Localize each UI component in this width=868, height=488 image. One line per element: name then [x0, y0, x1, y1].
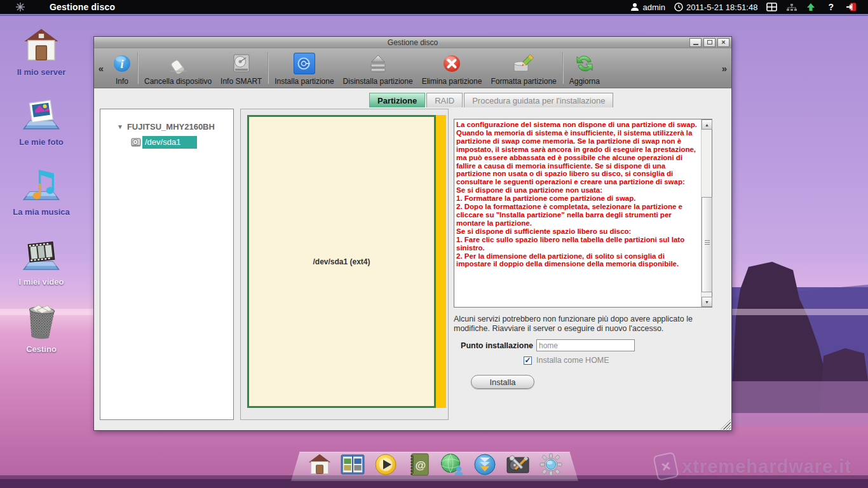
- toolbar-install-partition-button[interactable]: Installa partizione: [270, 48, 338, 88]
- toolbar-separator: [268, 52, 269, 84]
- partition-map-panel: /dev/sda1 (ext4): [240, 109, 449, 420]
- menubar-accent-line: [0, 14, 868, 16]
- scroll-up-arrow-icon[interactable]: ▲: [702, 119, 712, 130]
- videos-icon: [6, 236, 76, 273]
- desktop-screen: Gestione disco admin 2011-5-21 18:51:48 …: [0, 0, 868, 488]
- info-scrollbar[interactable]: ▲ ▼: [701, 119, 712, 307]
- network-status-icon[interactable]: [786, 3, 797, 11]
- window-resize-grip[interactable]: [721, 419, 731, 430]
- close-button[interactable]: ×: [717, 38, 729, 47]
- update-arrow-icon[interactable]: [806, 3, 815, 11]
- clock-icon: [674, 3, 683, 11]
- mount-point-label: Punto installazione: [454, 341, 533, 350]
- music-icon: [6, 166, 76, 203]
- active-app-title: Gestione disco: [50, 2, 115, 12]
- partition-block-label: /dev/sda1 (ext4): [313, 257, 370, 266]
- tab-install-wizard[interactable]: Procedura guidata per l'installazione: [464, 93, 613, 107]
- toolbar-scroll-left[interactable]: «: [94, 48, 108, 88]
- datetime: 2011-5-21 18:51:48: [686, 3, 758, 12]
- install-button[interactable]: Installa: [471, 375, 534, 389]
- disk-management-window: Gestione disco × « i Info Cancella disp: [93, 36, 732, 431]
- eraser-icon: [165, 51, 191, 76]
- dock: @: [299, 449, 572, 480]
- help-icon[interactable]: ?: [824, 2, 837, 12]
- scrollbar-thumb[interactable]: [702, 197, 712, 292]
- format-icon: [512, 51, 535, 76]
- user-icon: [630, 3, 639, 11]
- delete-icon: [442, 51, 461, 76]
- swap-info-panel: La configurazione del sistema non dispon…: [454, 119, 712, 308]
- dock-photo-album-icon[interactable]: [341, 452, 365, 477]
- tree-device-label: FUJITSU_MHY2160BH: [127, 122, 215, 132]
- toolbar-scroll-right[interactable]: »: [717, 48, 731, 88]
- logout-icon[interactable]: [846, 3, 857, 11]
- tab-bar: Partizione RAID Procedura guidata per l'…: [369, 93, 614, 107]
- toolbar-delete-partition-button[interactable]: Elimina partizione: [417, 48, 487, 88]
- mount-point-input[interactable]: [536, 339, 635, 351]
- dock-address-book-icon[interactable]: @: [407, 452, 431, 477]
- user-indicator[interactable]: admin: [630, 3, 665, 12]
- svg-text:@: @: [416, 459, 426, 471]
- desktop-icon-label: I miei video: [6, 277, 76, 287]
- tree-device-node[interactable]: ▼ FUJITSU_MHY2160BH: [100, 122, 233, 132]
- window-titlebar[interactable]: Gestione disco ×: [94, 37, 731, 48]
- partition-block-sda1[interactable]: /dev/sda1 (ext4): [247, 115, 436, 408]
- dock-media-player-icon[interactable]: [374, 452, 398, 477]
- photos-icon: [6, 97, 76, 133]
- desktop-icon-my-photos[interactable]: Le mie foto: [6, 97, 76, 147]
- toolbar-erase-device-button[interactable]: Cancella dispositivo: [140, 48, 216, 88]
- dock-network-globe-icon[interactable]: [440, 452, 464, 477]
- toolbar-info-button[interactable]: i Info: [108, 48, 136, 88]
- refresh-icon: [574, 51, 595, 76]
- install-as-home-row[interactable]: ✓ Installa come HOME: [524, 356, 609, 365]
- apps-grid-icon[interactable]: [766, 3, 777, 11]
- svg-text:i: i: [120, 58, 123, 71]
- clock-indicator: 2011-5-21 18:51:48: [674, 3, 758, 12]
- install-partition-icon: [294, 53, 315, 74]
- desktop-icon-my-music[interactable]: La mia musica: [6, 166, 76, 217]
- dock-home-icon[interactable]: [308, 452, 332, 477]
- trash-icon: [6, 304, 76, 341]
- tree-partition-label: /dev/sda1: [142, 136, 197, 149]
- desktop-icon-label: Il mio server: [6, 67, 76, 77]
- dock-disk-tools-icon[interactable]: [506, 452, 530, 477]
- maximize-button[interactable]: [703, 38, 715, 47]
- eject-icon: [367, 51, 389, 76]
- toolbar-format-partition-button[interactable]: Formatta partizione: [486, 48, 560, 88]
- swap-info-text: La configurazione del sistema non dispon…: [456, 121, 699, 306]
- toolbar-separator: [137, 52, 139, 84]
- device-tree-panel: ▼ FUJITSU_MHY2160BH /dev/sda1: [100, 109, 234, 420]
- dock-settings-gear-icon[interactable]: [539, 452, 563, 477]
- disk-icon: [131, 138, 141, 147]
- tab-partizione[interactable]: Partizione: [369, 93, 425, 107]
- toolbar-smart-info-button[interactable]: Info SMART: [216, 48, 266, 88]
- services-warning-text: Alcuni servizi potrebbero non funzionare…: [454, 315, 723, 334]
- home-checkbox[interactable]: ✓: [524, 356, 532, 365]
- info-icon: i: [112, 51, 132, 76]
- smart-disk-icon: [231, 51, 252, 76]
- desktop-icon-my-server[interactable]: Il mio server: [6, 27, 76, 77]
- tab-raid[interactable]: RAID: [426, 93, 463, 107]
- desktop-icon-trash[interactable]: Cestino: [6, 304, 76, 354]
- toolbar-separator: [562, 52, 564, 84]
- tree-expand-icon[interactable]: ▼: [117, 123, 123, 130]
- free-space-strip[interactable]: [436, 115, 446, 408]
- home-checkbox-label: Installa come HOME: [536, 356, 609, 365]
- window-toolbar: « i Info Cancella dispositivo Info SMART: [94, 48, 731, 88]
- tree-partition-node[interactable]: /dev/sda1: [131, 136, 233, 149]
- watermark-text: xtremehardware.it: [682, 456, 851, 477]
- username: admin: [642, 3, 665, 12]
- system-logo-icon[interactable]: [15, 2, 25, 12]
- house-icon: [6, 27, 76, 64]
- toolbar-uninstall-partition-button[interactable]: Disinstalla partizione: [339, 48, 417, 88]
- watermark-x-logo: ×: [653, 452, 679, 481]
- window-content: Partizione RAID Procedura guidata per l'…: [94, 89, 731, 430]
- desktop-icon-label: Cestino: [6, 344, 76, 354]
- toolbar-refresh-button[interactable]: Aggiorna: [565, 48, 604, 88]
- scroll-down-arrow-icon[interactable]: ▼: [702, 297, 712, 307]
- minimize-button[interactable]: [689, 38, 702, 47]
- dock-download-icon[interactable]: [473, 452, 497, 477]
- desktop-icon-my-videos[interactable]: I miei video: [6, 236, 76, 287]
- window-title: Gestione disco: [94, 38, 731, 47]
- desktop-icon-label: La mia musica: [6, 207, 76, 217]
